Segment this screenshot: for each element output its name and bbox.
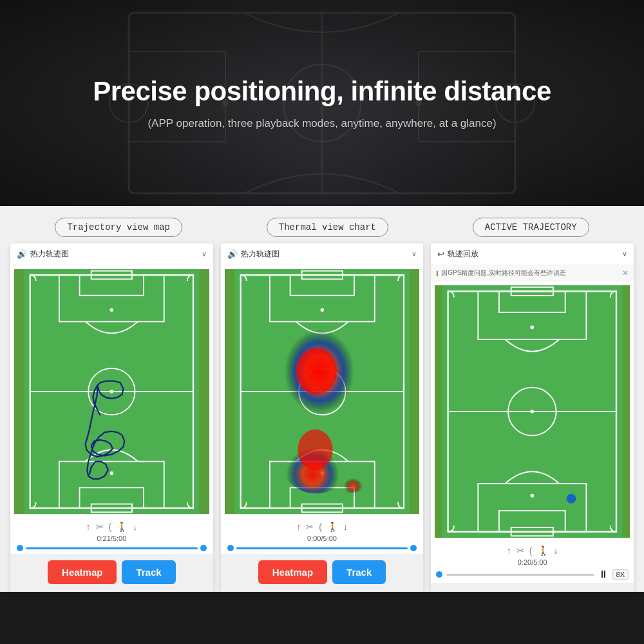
svg-point-17 [110,308,113,312]
panel3-field [435,285,630,538]
panel2-sound-icon: 🔊 [227,249,238,259]
panel3-gps-text: ℹ 因GPS精度问题,实时路径可能会有些许误差 [436,269,566,278]
panel1-slider-thumb-right[interactable] [200,545,207,551]
panel2-header: 🔊 热力轨迹图 ∨ [221,243,424,265]
panel2-field [225,269,420,514]
panel3-person-icon[interactable]: 🚶 [538,545,549,556]
panel1-sound-icon: 🔊 [17,249,27,259]
panel2-header-left: 🔊 热力轨迹图 [227,249,279,260]
panel2-time: 0:00/5:00 [226,535,419,542]
panel2-up-icon[interactable]: ↑ [296,522,301,532]
hero-section: Precise positioning, infinite distance (… [0,0,644,206]
panel1-down-icon[interactable]: ↓ [133,522,137,532]
panel1-time: 0:21/5:00 [15,535,208,542]
panel2-down-icon[interactable]: ↓ [343,522,348,532]
panel1-title: 热力轨迹图 [30,249,69,260]
panel2-ctrl-icons: ↑ ✂ ( 🚶 ↓ [226,522,419,532]
svg-point-44 [531,410,535,413]
hero-title: Precise positioning, infinite distance [93,76,551,107]
panel1-slider-track[interactable] [26,547,198,549]
panel3-header-left: ↩ 轨迹回放 [437,249,478,260]
panel3-speed-badge[interactable]: 8X [612,569,629,580]
panel1-heatmap-button[interactable]: Heatmap [48,560,117,584]
hero-subtitle: (APP operation, three playback modes, an… [147,117,496,130]
panel1-dropdown[interactable]: ∨ [202,250,207,258]
panel1-field [14,269,209,514]
label-trajectory: Trajectory view map [55,218,182,237]
panel2-controls: ↑ ✂ ( 🚶 ↓ 0:00/5:00 [221,518,424,554]
panel1-slider-thumb-left[interactable] [17,545,23,551]
panel2-left-icon[interactable]: ( [319,522,322,532]
panel2-slider-thumb-right[interactable] [410,545,417,551]
panel2-track-button[interactable]: Track [332,560,386,584]
panel2-heatmap-button[interactable]: Heatmap [258,560,327,584]
svg-point-53 [567,494,576,504]
panel1-header-left: 🔊 热力轨迹图 [17,249,69,260]
panel3-title: 轨迹回放 [448,249,478,260]
svg-point-13 [110,390,113,393]
panel2-title: 热力轨迹图 [241,249,279,260]
panel2-slider-track[interactable] [236,547,408,549]
panel3-close-icon[interactable]: ✕ [622,269,629,278]
panel3-down-icon[interactable]: ↓ [554,545,558,556]
svg-point-21 [110,471,113,475]
panel1-controls: ↑ ✂ ( 🚶 ↓ 0:21/5:00 [10,518,213,554]
panel1-slider[interactable] [15,545,208,551]
panel3-gps-message: 因GPS精度问题,实时路径可能会有些许误差 [441,269,566,278]
panel1-btn-row: Heatmap Track [10,554,213,592]
panel3-ctrl-icons: ↑ ✂ ( 🚶 ↓ [436,545,629,556]
panel1-header: 🔊 热力轨迹图 ∨ [10,243,213,265]
panel3-time: 0:20/5:00 [436,558,629,566]
panel2-person-icon[interactable]: 🚶 [327,522,338,532]
panel1-person-icon[interactable]: 🚶 [117,522,128,532]
panel3-header: ↩ 轨迹回放 ∨ [431,243,634,265]
panel3-slider-track[interactable] [446,574,594,576]
panel1-up-icon[interactable]: ↑ [86,522,91,532]
panel3-up-icon[interactable]: ↑ [507,545,511,556]
panel3-slider-thumb[interactable] [436,571,442,578]
panel3-left-icon[interactable]: ( [529,545,533,556]
svg-point-39 [298,430,332,470]
panel2-scissors-icon[interactable]: ✂ [306,522,314,532]
panel1-scissors-icon[interactable]: ✂ [96,522,104,532]
panel2-dropdown[interactable]: ∨ [412,250,417,258]
label-active: ACTIVE TRAJECTORY [473,218,589,237]
svg-point-37 [325,453,372,493]
panels-row: 🔊 热力轨迹图 ∨ [0,243,644,592]
panel1-ctrl-icons: ↑ ✂ ( 🚶 ↓ [15,522,208,532]
panel3-back-icon: ↩ [437,249,444,259]
panel3-info-icon: ℹ [436,270,439,277]
svg-point-38 [296,348,336,394]
panel3-controls: ↑ ✂ ( 🚶 ↓ 0:20/5:00 ⏸ 8X [431,542,634,583]
panel-active: ↩ 轨迹回放 ∨ ℹ 因GPS精度问题,实时路径可能会有些许误差 ✕ [431,243,634,592]
panel2-slider-thumb-left[interactable] [227,545,234,551]
svg-point-48 [531,326,535,330]
panel3-gps-notice: ℹ 因GPS精度问题,实时路径可能会有些许误差 ✕ [431,265,634,281]
label-thermal: Thermal view chart [267,218,388,237]
panel-thermal: 🔊 热力轨迹图 ∨ [221,243,424,592]
panel3-pause-button[interactable]: ⏸ [598,569,609,580]
labels-row: Trajectory view map Thermal view chart A… [0,206,644,243]
panel3-playback-row: ⏸ 8X [436,569,629,580]
panel3-scissors-icon[interactable]: ✂ [516,545,524,556]
svg-point-30 [320,308,323,312]
panel-trajectory: 🔊 热力轨迹图 ∨ [10,243,213,592]
panel2-slider[interactable] [226,545,419,551]
panel1-left-icon[interactable]: ( [109,522,112,532]
svg-point-52 [531,494,535,498]
panel2-btn-row: Heatmap Track [221,554,424,592]
panel1-track-button[interactable]: Track [122,560,175,584]
panel3-dropdown[interactable]: ∨ [622,250,627,258]
panel3-spacer [431,583,634,592]
